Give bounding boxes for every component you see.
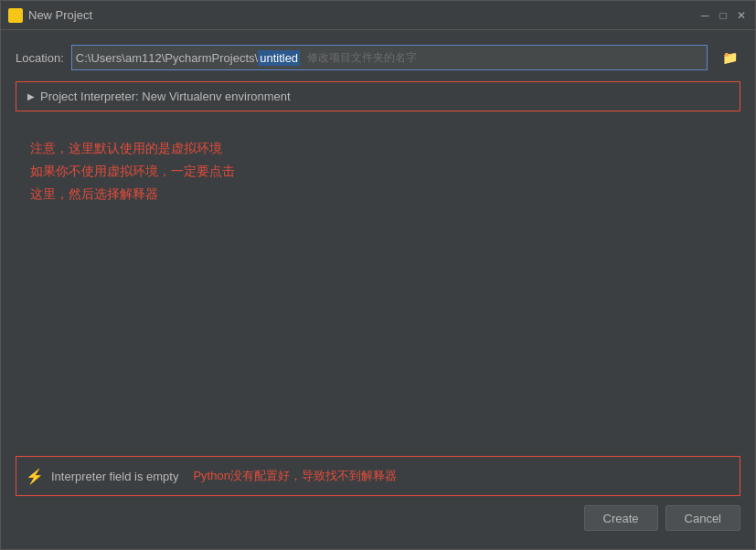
maximize-button[interactable]: □ — [717, 9, 729, 22]
warning-text: Interpreter field is empty — [51, 470, 178, 483]
annotation-block: 注意，这里默认使用的是虚拟环境 如果你不使用虚拟环境，一定要点击 这里，然后选择… — [30, 137, 740, 206]
annotation-line3: 这里，然后选择解释器 — [30, 183, 740, 206]
spacer — [16, 217, 740, 445]
location-hint: 修改项目文件夹的名字 — [307, 50, 703, 66]
title-bar: New Project ─ □ ✕ — [1, 1, 755, 30]
window-title: New Project — [28, 8, 698, 22]
svg-rect-2 — [11, 15, 20, 16]
content-area: Location: C:\Users\am112\PycharmProjects… — [1, 30, 755, 549]
interpreter-header[interactable]: ▶ Project Interpreter: New Virtualenv en… — [27, 90, 729, 103]
annotation-line2: 如果你不使用虚拟环境，一定要点击 — [30, 160, 740, 183]
pycharm-icon — [8, 8, 23, 23]
interpreter-section[interactable]: ▶ Project Interpreter: New Virtualenv en… — [16, 81, 740, 111]
lightning-icon: ⚡ — [26, 468, 44, 485]
window-controls: ─ □ ✕ — [698, 9, 748, 22]
browse-button[interactable]: 📁 — [719, 47, 740, 69]
svg-rect-3 — [11, 18, 15, 20]
interpreter-title: Project Interpreter: New Virtualenv envi… — [40, 90, 291, 103]
minimize-button[interactable]: ─ — [698, 9, 711, 22]
cancel-button[interactable]: Cancel — [665, 505, 740, 531]
expand-arrow-icon: ▶ — [27, 91, 35, 101]
close-button[interactable]: ✕ — [735, 9, 748, 22]
location-path-prefix: C:\Users\am112\PycharmProjects\ — [76, 51, 258, 65]
annotation-line1: 注意，这里默认使用的是虚拟环境 — [30, 137, 740, 160]
create-button[interactable]: Create — [584, 505, 658, 531]
new-project-window: New Project ─ □ ✕ Location: C:\Users\am1… — [0, 0, 756, 550]
footer: ⚡ Interpreter field is empty Python没有配置好… — [16, 456, 740, 534]
location-label: Location: — [16, 51, 64, 65]
location-input-wrap[interactable]: C:\Users\am112\PycharmProjects\ untitled… — [71, 45, 708, 70]
svg-rect-1 — [11, 11, 16, 13]
location-row: Location: C:\Users\am112\PycharmProjects… — [16, 45, 740, 70]
button-row: Create Cancel — [16, 505, 740, 534]
location-path-highlight: untitled — [258, 50, 300, 66]
warning-bar: ⚡ Interpreter field is empty Python没有配置好… — [16, 456, 740, 496]
warning-hint: Python没有配置好，导致找不到解释器 — [193, 468, 396, 484]
